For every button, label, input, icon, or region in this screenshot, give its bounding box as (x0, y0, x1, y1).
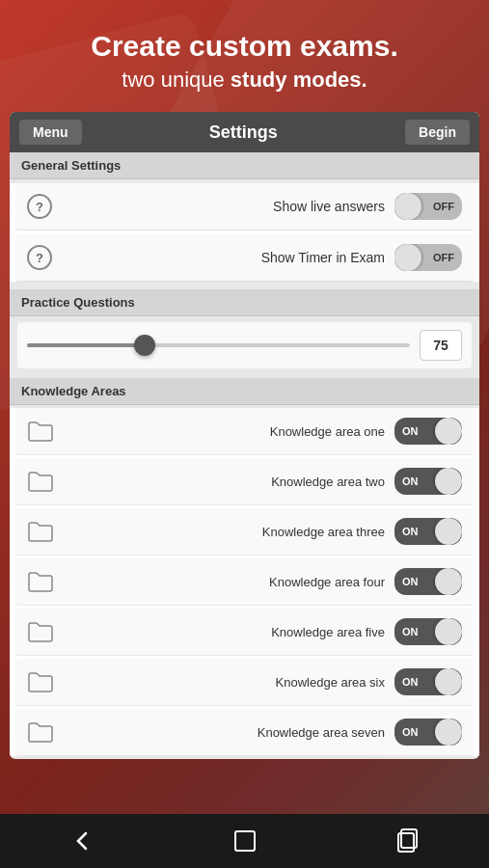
practice-questions-label: Practice Questions (10, 289, 479, 316)
knowledge-toggle-2[interactable]: ON (394, 518, 462, 545)
folder-icon-3 (27, 570, 54, 593)
toggle-knob-k-3 (435, 568, 462, 595)
toggle-text: OFF (433, 201, 454, 212)
knowledge-row-6: Knowledge area seven ON (15, 709, 474, 756)
nav-bar: Menu Settings Begin (10, 112, 479, 152)
bottom-nav (0, 814, 489, 868)
recents-icon (394, 827, 421, 854)
recents-button[interactable] (394, 827, 421, 854)
knowledge-label-5: Knowledge area six (64, 675, 385, 690)
live-answers-label: Show live answers (62, 199, 385, 214)
knowledge-row-4: Knowledge area five ON (15, 609, 474, 656)
home-button[interactable] (231, 827, 258, 854)
knowledge-label-6: Knowledge area seven (64, 725, 385, 740)
toggle-knob-k-1 (435, 468, 462, 495)
timer-help-icon[interactable]: ? (27, 245, 52, 270)
toggle-on-text-6: ON (402, 726, 419, 738)
live-answers-toggle[interactable]: OFF (394, 193, 462, 220)
toggle-knob (394, 193, 421, 220)
toggle-on-text-5: ON (402, 676, 419, 688)
knowledge-label-1: Knowledge area two (64, 475, 385, 489)
practice-questions-section: Practice Questions 75 (10, 285, 479, 378)
sub-title-bold: study modes. (231, 68, 367, 92)
toggle-knob-k-6 (435, 719, 462, 746)
toggle-knob-k-4 (435, 618, 462, 645)
knowledge-label-2: Knowledge area three (64, 525, 385, 539)
svg-rect-0 (235, 831, 255, 851)
slider-container[interactable] (27, 343, 410, 347)
knowledge-toggle-1[interactable]: ON (394, 468, 462, 495)
knowledge-label-3: Knowledge area four (64, 575, 385, 589)
timer-toggle[interactable]: OFF (394, 244, 462, 271)
back-icon (68, 827, 95, 854)
knowledge-toggle-3[interactable]: ON (394, 568, 462, 595)
knowledge-row-1: Knowledge area two ON (15, 458, 474, 505)
knowledge-row-3: Knowledge area four ON (15, 558, 474, 606)
toggle-on-text-0: ON (402, 425, 419, 437)
folder-icon-1 (27, 470, 54, 493)
back-button[interactable] (68, 827, 95, 854)
sub-title-normal: two unique (122, 68, 231, 92)
folder-icon-0 (27, 420, 54, 443)
slider-value: 75 (420, 330, 462, 361)
knowledge-areas-label: Knowledge Areas (10, 378, 479, 405)
home-icon (231, 827, 258, 854)
knowledge-row-0: Knowledge area one ON (15, 408, 474, 455)
begin-button[interactable]: Begin (405, 120, 470, 145)
folder-icon-5 (27, 670, 54, 693)
toggle-on-text-4: ON (402, 626, 419, 637)
knowledge-toggle-4[interactable]: ON (394, 618, 462, 645)
timer-label: Show Timer in Exam (62, 250, 385, 265)
knowledge-toggle-6[interactable]: ON (394, 719, 462, 746)
knowledge-row-5: Knowledge area six ON (15, 659, 474, 706)
toggle-knob-k-5 (435, 668, 462, 695)
toggle-on-text-2: ON (402, 526, 419, 537)
settings-title: Settings (209, 122, 278, 143)
knowledge-label-4: Knowledge area five (64, 625, 385, 639)
header-section: Create custom exams. two unique study mo… (0, 0, 489, 112)
general-settings-rows: ? Show live answers OFF ? Show Timer in … (10, 183, 479, 282)
toggle-on-text-1: ON (402, 475, 419, 487)
knowledge-row-2: Knowledge area three ON (15, 508, 474, 556)
toggle-knob-k-2 (435, 518, 462, 545)
toggle-on-text-3: ON (402, 576, 419, 587)
folder-icon-4 (27, 620, 54, 643)
toggle-text-timer: OFF (433, 252, 454, 263)
main-title: Create custom exams. (19, 29, 470, 64)
folder-icon-6 (27, 720, 54, 744)
knowledge-label-0: Knowledge area one (64, 424, 385, 439)
toggle-knob-timer (394, 244, 421, 271)
knowledge-toggle-5[interactable]: ON (394, 668, 462, 695)
show-timer-row: ? Show Timer in Exam OFF (15, 234, 474, 282)
settings-panel: Menu Settings Begin General Settings ? S… (10, 112, 479, 759)
show-live-answers-row: ? Show live answers OFF (15, 183, 474, 231)
live-answers-help-icon[interactable]: ? (27, 194, 52, 219)
menu-button[interactable]: Menu (19, 120, 82, 145)
slider-thumb[interactable] (134, 335, 155, 356)
folder-icon-2 (27, 520, 54, 543)
slider-track (27, 343, 410, 347)
knowledge-areas-list: Knowledge area one ON Knowledge area two… (10, 408, 479, 756)
slider-fill (27, 343, 142, 347)
sub-title: two unique study modes. (19, 68, 470, 93)
general-settings-label: General Settings (10, 152, 479, 179)
toggle-knob-k-0 (435, 418, 462, 445)
knowledge-toggle-0[interactable]: ON (394, 418, 462, 445)
slider-row: 75 (17, 322, 472, 368)
